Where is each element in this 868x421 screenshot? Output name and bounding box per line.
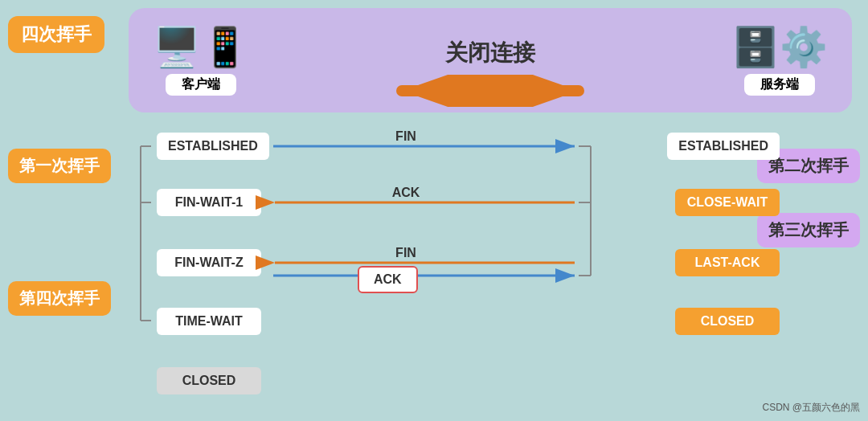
bidirectional-arrow — [386, 75, 595, 107]
svg-text:FIN: FIN — [395, 129, 416, 143]
svg-text:ACK: ACK — [392, 186, 420, 199]
watermark: CSDN @五颜六色的黑 — [762, 401, 860, 415]
server-icon: 🗄️⚙️ — [731, 25, 828, 70]
right-established: ESTABLISHED — [667, 133, 780, 160]
left-fin-wait-1: FIN-WAIT-1 — [157, 189, 261, 216]
client-label: 客户端 — [166, 74, 236, 96]
right-close-wait: CLOSE-WAIT — [675, 189, 780, 216]
client-icon: 🖥️📱 — [153, 25, 249, 70]
svg-text:FIN: FIN — [395, 246, 416, 260]
right-closed: CLOSED — [675, 308, 780, 335]
left-closed: CLOSED — [157, 367, 261, 394]
left-time-wait: TIME-WAIT — [157, 308, 261, 335]
top-section: 🖥️📱 客户端 关闭连接 🗄️⚙️ 服务端 — [129, 8, 852, 112]
left-established: ESTABLISHED — [157, 133, 269, 160]
handshake-title: 四次挥手 — [8, 16, 104, 53]
server-box: 🗄️⚙️ 服务端 — [731, 25, 828, 96]
diagram-area: 第一次挥手 第四次挥手 第二次挥手 第三次挥手 ESTABLISHED FIN-… — [0, 125, 868, 421]
connection-label: 关闭连接 — [445, 38, 535, 68]
client-box: 🖥️📱 客户端 — [153, 25, 249, 96]
server-label: 服务端 — [744, 74, 815, 96]
ack-highlighted-box: ACK — [358, 266, 418, 293]
left-fin-wait-2: FIN-WAIT-Z — [157, 249, 261, 276]
fourth-handshake-label: 第四次挥手 — [8, 281, 111, 316]
third-handshake-label: 第三次挥手 — [757, 213, 860, 247]
first-handshake-label: 第一次挥手 — [8, 149, 111, 183]
right-last-ack: LAST-ACK — [675, 249, 780, 276]
